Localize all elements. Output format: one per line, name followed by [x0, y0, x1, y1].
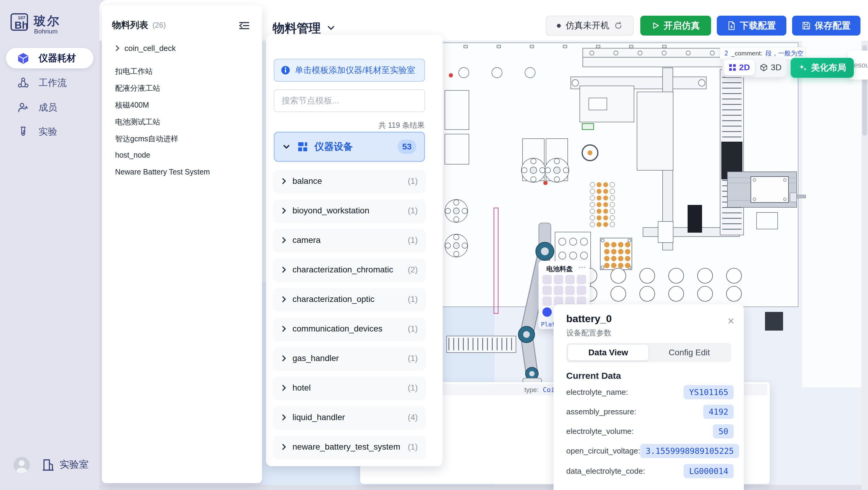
refresh-icon[interactable]	[614, 21, 623, 30]
close-icon[interactable]: ×	[727, 315, 734, 327]
data-row: assembly_pressure: 4192	[566, 404, 734, 419]
view-mode-toggle: 2D 3D	[722, 58, 787, 77]
materials-list-panel: 物料列表 (26) coin_cell_deck 扣电工作站 配液分液工站 核磁…	[102, 5, 262, 483]
sidebar: 107 Bh 玻尔 Bohrium 仪器耗材 工作流 成员 实验 实验室	[0, 0, 99, 490]
save-config-label: 保存配置	[815, 20, 851, 32]
sidebar-item-members[interactable]: 成员	[6, 97, 93, 118]
tray-slot[interactable]	[565, 286, 575, 295]
chevron-right-icon	[282, 325, 286, 333]
info-icon	[281, 66, 290, 75]
tray-slot[interactable]	[542, 275, 552, 284]
data-row: electrolyte_name: YS101165	[566, 385, 734, 399]
data-label: open_circuit_voltage:	[566, 446, 640, 456]
sidebar-item-workflow[interactable]: 工作流	[6, 73, 93, 93]
tab-config-edit[interactable]: Config Edit	[649, 345, 730, 361]
tray-menu-dots[interactable]: •••	[579, 265, 586, 271]
avatar[interactable]	[13, 457, 30, 473]
lab-label: 实验室	[60, 458, 89, 471]
category-characterization-optic[interactable]: characterization_optic (1)	[274, 288, 425, 310]
chevron-right-icon	[282, 354, 286, 362]
material-item[interactable]: 配液分液工站	[115, 83, 160, 93]
data-label: electrolyte_name:	[566, 387, 628, 397]
sidebar-lab-link[interactable]: 实验室	[42, 458, 89, 471]
category-gas-handler[interactable]: gas_handler (1)	[274, 347, 425, 369]
chevron-right-icon	[282, 266, 286, 273]
type-key: type:	[524, 386, 539, 394]
beautify-layout-button[interactable]: 美化布局	[790, 58, 854, 78]
category-characterization-chromatic[interactable]: characterization_chromatic (2)	[274, 259, 425, 281]
material-item[interactable]: host_node	[115, 151, 150, 160]
material-item[interactable]: 核磁400M	[115, 100, 149, 110]
tray-slot[interactable]	[554, 275, 563, 284]
sidebar-item-experiments[interactable]: 实验	[6, 121, 93, 142]
start-simulation-label: 开启仿真	[664, 20, 700, 32]
group-count-badge: 53	[398, 140, 416, 154]
download-config-button[interactable]: 下载配置	[717, 16, 786, 35]
devices-grid-icon	[298, 142, 308, 152]
edge-tooltip-text: esou	[854, 61, 868, 69]
toggle-3d-label: 3D	[771, 63, 781, 72]
category-camera[interactable]: camera (1)	[274, 229, 425, 251]
battery-slot-selected[interactable]	[542, 307, 552, 317]
battery-panel-subtitle: 设备配置参数	[566, 328, 611, 338]
search-input[interactable]	[274, 89, 425, 112]
brand-name-zh: 玻尔	[34, 13, 60, 29]
chevron-right-icon	[282, 295, 286, 303]
toggle-2d-label: 2D	[739, 63, 750, 72]
chevron-right-icon	[115, 45, 120, 52]
tray-slot[interactable]	[577, 275, 586, 284]
cube-icon	[18, 52, 29, 64]
bottom-scroll-strip[interactable]	[99, 485, 868, 490]
materials-title: 物料列表	[112, 19, 148, 31]
data-value: 4192	[703, 405, 734, 419]
chevron-down-icon	[282, 144, 290, 150]
tray-slot[interactable]	[554, 286, 563, 295]
chevron-right-icon	[282, 413, 286, 421]
material-item[interactable]: 电池测试工站	[115, 117, 160, 127]
toggle-2d[interactable]: 2D	[724, 60, 755, 75]
sidebar-item-instruments[interactable]: 仪器耗材	[6, 48, 93, 68]
group-label: 仪器设备	[314, 140, 353, 153]
category-neware-battery-test-system[interactable]: neware_battery_test_system (1)	[274, 436, 425, 458]
material-item[interactable]: Neware Battery Test System	[115, 168, 210, 176]
type-value: Coi	[543, 386, 555, 394]
category-communication-devices[interactable]: communication_devices (1)	[274, 318, 425, 340]
page-title-chevron-down-icon[interactable]	[326, 24, 336, 31]
category-bioyond-workstation[interactable]: bioyond_workstation (1)	[274, 200, 425, 222]
tray-slot[interactable]	[565, 275, 575, 284]
play-icon	[652, 22, 659, 30]
tray-slot[interactable]	[577, 286, 586, 295]
comment-value: 段，一般为空，stat	[766, 49, 805, 58]
category-balance[interactable]: balance (1)	[274, 170, 425, 192]
result-count: 共 119 条结果	[378, 120, 425, 130]
save-config-button[interactable]: 保存配置	[792, 16, 861, 35]
battery-panel-title: battery_0	[566, 313, 612, 324]
sparkles-icon	[799, 63, 807, 72]
data-label: assembly_pressure:	[566, 407, 637, 416]
tray-slot[interactable]	[542, 286, 552, 295]
material-item-coin-cell-deck[interactable]: coin_cell_deck	[115, 43, 176, 54]
simulation-status-pill[interactable]: 仿真未开机	[546, 16, 634, 35]
category-hotel[interactable]: hotel (1)	[274, 377, 425, 399]
toggle-3d[interactable]: 3D	[756, 60, 785, 75]
cube-3d-icon	[760, 64, 768, 71]
tray-slot[interactable]	[542, 296, 552, 306]
bohrium-logo: 107 Bh	[10, 13, 28, 31]
group-instrument-devices[interactable]: 仪器设备 53	[274, 132, 425, 162]
collapse-list-icon[interactable]	[239, 21, 249, 30]
data-value: LG000014	[684, 464, 734, 478]
tab-data-view[interactable]: Data View	[568, 345, 648, 361]
chevron-right-icon	[282, 443, 286, 451]
material-item[interactable]: 扣电工作站	[115, 66, 153, 76]
start-simulation-button[interactable]: 开启仿真	[640, 16, 711, 35]
material-item[interactable]: 智达gcms自动进样	[115, 134, 178, 144]
template-hint-banner: 单击模板添加仪器/耗材至实验室	[274, 59, 425, 82]
data-value: 50	[713, 424, 734, 438]
status-dot	[557, 24, 561, 28]
category-liquid-handler[interactable]: liquid_handler (4)	[274, 406, 425, 428]
data-row: electrolyte_volume: 50	[566, 424, 734, 438]
comment-key: _comment:	[731, 50, 763, 57]
data-label: data_electrolyte_code:	[566, 466, 645, 476]
chevron-right-icon	[282, 207, 286, 214]
beautify-label: 美化布局	[811, 62, 846, 74]
